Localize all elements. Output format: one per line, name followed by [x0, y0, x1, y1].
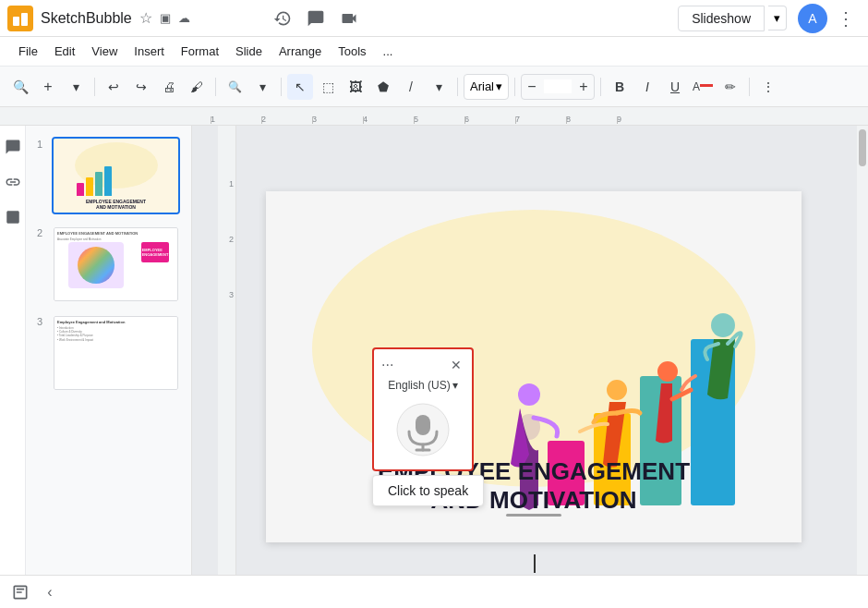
svg-rect-1	[21, 13, 28, 26]
select-button[interactable]: ⬚	[315, 74, 341, 100]
voice-popup: ··· ✕ English (US) ▾	[372, 347, 484, 506]
toolbar-divider-4	[457, 78, 458, 96]
slide-item-1[interactable]: 1 EMPLOYEE ENGAGEMENTAND MOTIVATION	[33, 133, 184, 218]
italic-button[interactable]: I	[634, 74, 660, 100]
slide-item-2[interactable]: 2 EMPLOYEE ENGAGEMENT AND MOTIVATION Ass…	[33, 222, 184, 307]
menu-file[interactable]: File	[11, 41, 45, 62]
comments-icon[interactable]	[301, 4, 331, 33]
paint-format-button[interactable]: 🖌	[184, 74, 210, 100]
voice-panel: ··· ✕ English (US) ▾	[372, 347, 474, 471]
slide-thumb-3[interactable]: Employee Engagement and Motivation • Int…	[52, 314, 180, 392]
toolbar-divider-7	[749, 78, 750, 96]
ruler-mark-5: 5	[414, 115, 464, 124]
folder-icon[interactable]: ▣	[160, 11, 171, 25]
more-options-icon[interactable]: ⋮	[831, 4, 861, 33]
undo-button[interactable]: ↩	[101, 74, 127, 100]
font-color-button[interactable]: A	[690, 74, 716, 100]
slide-thumb-1[interactable]: EMPLOYEE ENGAGEMENTAND MOTIVATION	[52, 137, 180, 214]
text-cursor	[534, 554, 536, 573]
cursor-button[interactable]: ↖	[287, 74, 313, 100]
sidebar-icon-notes[interactable]	[3, 137, 23, 157]
voice-language-label: English (US)	[388, 379, 450, 392]
ruler-mark-1: 1	[211, 115, 261, 124]
slideshow-dropdown-button[interactable]: ▾	[768, 6, 787, 30]
svg-point-10	[711, 313, 735, 337]
toolbar-divider-6	[600, 78, 601, 96]
font-size-increase[interactable]: +	[573, 74, 594, 100]
app-logo	[7, 6, 33, 31]
voice-close-button[interactable]: ✕	[448, 357, 464, 373]
top-bar: SketchBubble ☆ ▣ ☁ Slideshow ▾ A ⋮	[0, 0, 868, 37]
voice-header: ··· ✕	[381, 357, 464, 373]
zoom-dropdown[interactable]: ▾	[249, 74, 275, 100]
menu-more[interactable]: ...	[376, 41, 401, 62]
toolbar-divider-1	[94, 78, 95, 96]
voice-menu-icon[interactable]: ···	[381, 357, 393, 373]
svg-point-7	[518, 383, 540, 406]
menu-insert[interactable]: Insert	[127, 41, 172, 62]
history-icon[interactable]	[268, 4, 297, 33]
video-icon[interactable]	[334, 4, 364, 33]
font-name: Arial	[470, 79, 494, 93]
ruler-mark-2: 2	[261, 115, 312, 124]
line-dropdown[interactable]: ▾	[426, 74, 452, 100]
canvas-area[interactable]: 1 2 3	[192, 126, 857, 608]
menu-edit[interactable]: Edit	[47, 41, 82, 62]
image-button[interactable]: 🖼	[343, 74, 368, 100]
menu-view[interactable]: View	[84, 41, 125, 62]
app-title: SketchBubble	[41, 10, 132, 27]
add-dropdown-button[interactable]: ▾	[63, 74, 89, 100]
slide-thumb-2[interactable]: EMPLOYEE ENGAGEMENT AND MOTIVATION Assoc…	[52, 225, 180, 303]
star-icon[interactable]: ☆	[139, 9, 152, 27]
highlight-button[interactable]: ✏	[717, 74, 743, 100]
bottom-bar: ‹	[0, 575, 868, 608]
slideshow-button[interactable]: Slideshow	[678, 6, 765, 31]
print-button[interactable]: 🖨	[156, 74, 182, 100]
menu-bar: File Edit View Insert Format Slide Arran…	[0, 37, 868, 67]
menu-slide[interactable]: Slide	[228, 41, 270, 62]
zoom-button[interactable]: 🔍	[222, 74, 247, 100]
font-size-input[interactable]: 11	[544, 79, 572, 93]
slide-separator	[506, 514, 561, 517]
more-toolbar-button[interactable]: ⋮	[755, 74, 781, 100]
ruler-mark-9: 9	[617, 115, 668, 124]
line-button[interactable]: /	[398, 74, 424, 100]
svg-point-9	[657, 361, 678, 382]
ruler-mark-8: 8	[566, 115, 617, 124]
svg-rect-0	[13, 17, 19, 26]
add-button[interactable]: +	[35, 74, 61, 100]
underline-button[interactable]: U	[662, 74, 688, 100]
menu-format[interactable]: Format	[174, 41, 226, 62]
ruler-mark-6: 6	[464, 115, 515, 124]
menu-tools[interactable]: Tools	[331, 41, 373, 62]
slide-title: EMPLOYEE ENGAGEMENT AND MOTIVATION	[266, 457, 802, 515]
sidebar-icon-links[interactable]	[3, 172, 23, 192]
vertical-scrollbar[interactable]	[857, 126, 868, 608]
font-size-decrease[interactable]: −	[522, 74, 542, 100]
toolbar-divider-3	[281, 78, 282, 96]
voice-language-selector[interactable]: English (US) ▾	[388, 379, 457, 392]
slide-number-3: 3	[37, 316, 48, 327]
cloud-icon[interactable]: ☁	[178, 11, 190, 25]
slide-item-3[interactable]: 3 Employee Engagement and Motivation • I…	[33, 310, 184, 395]
click-to-speak-label: Click to speak	[388, 483, 468, 498]
slide-canvas[interactable]: EMPLOYEE ENGAGEMENT AND MOTIVATION	[266, 191, 802, 542]
bold-button[interactable]: B	[607, 74, 633, 100]
slide-title-line1: EMPLOYEE ENGAGEMENT	[266, 457, 802, 486]
voice-mic-button[interactable]	[391, 397, 455, 462]
account-button[interactable]: A	[798, 4, 827, 33]
redo-button[interactable]: ↪	[128, 74, 154, 100]
slides-panel: 1 EMPLOYEE ENGAGEMENTAND MOTIVATION	[26, 126, 192, 608]
font-size-control[interactable]: − 11 +	[521, 74, 595, 100]
scroll-thumb[interactable]	[859, 129, 866, 166]
menu-arrange[interactable]: Arrange	[271, 41, 329, 62]
shape-button[interactable]: ⬟	[370, 74, 396, 100]
voice-lang-dropdown-icon: ▾	[452, 379, 458, 392]
font-selector[interactable]: Arial ▾	[464, 74, 509, 100]
sidebar-icon-more[interactable]	[3, 207, 23, 227]
pages-button[interactable]	[11, 583, 30, 602]
collapse-sidebar-button[interactable]: ‹	[37, 579, 63, 605]
voice-tooltip[interactable]: Click to speak	[372, 475, 484, 506]
zoom-search-button[interactable]: 🔍	[7, 74, 33, 100]
toolbar: 🔍 + ▾ ↩ ↪ 🖨 🖌 🔍 ▾ ↖ ⬚ 🖼 ⬟ / ▾ Arial ▾ − …	[0, 67, 868, 107]
